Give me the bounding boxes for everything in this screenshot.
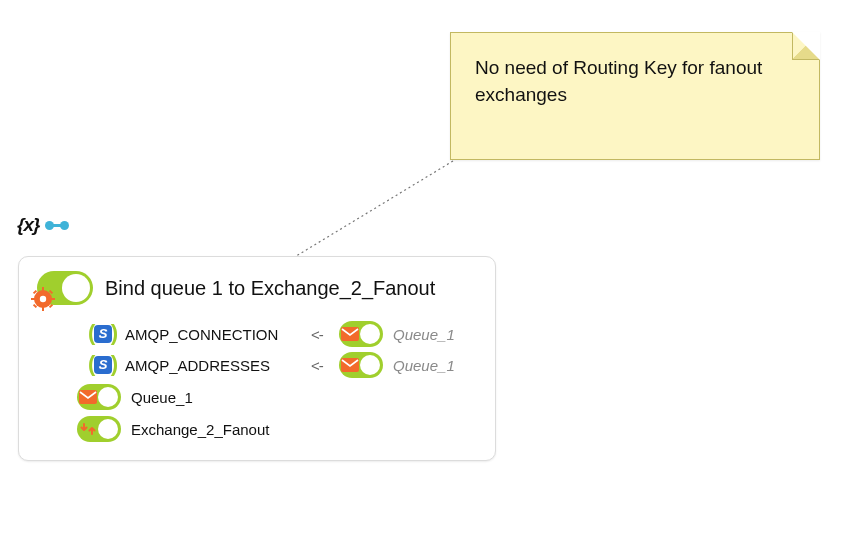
sticky-note-text: No need of Routing Key for fanout exchan… (475, 57, 762, 105)
svg-rect-2 (42, 287, 44, 291)
task-node[interactable]: Bind queue 1 to Exchange_2_Fanout ( S ) … (18, 256, 496, 461)
param-name: AMQP_CONNECTION (125, 326, 295, 343)
linked-item-row: Exchange_2_Fanout (77, 416, 477, 442)
diagram-canvas: No need of Routing Key for fanout exchan… (0, 0, 854, 550)
svg-rect-4 (31, 298, 35, 300)
exchange-toggle-icon[interactable] (77, 416, 121, 442)
string-param-icon: ( S ) (91, 353, 115, 377)
svg-point-10 (40, 296, 46, 302)
param-name: AMQP_ADDRESSES (125, 357, 295, 374)
assign-arrow-icon: <- (305, 326, 329, 343)
node-badge-area: {x} (17, 214, 69, 236)
string-param-icon: ( S ) (91, 322, 115, 346)
param-source: Queue_1 (393, 326, 455, 343)
envelope-icon (341, 327, 359, 341)
envelope-icon (341, 358, 359, 372)
gear-icon (31, 287, 55, 311)
linked-item-label: Queue_1 (131, 389, 193, 406)
task-header: Bind queue 1 to Exchange_2_Fanout (37, 271, 477, 305)
source-toggle-icon (339, 352, 383, 378)
svg-rect-3 (42, 307, 44, 311)
assign-arrow-icon: <- (305, 357, 329, 374)
task-toggle-icon[interactable] (37, 271, 93, 305)
queue-toggle-icon[interactable] (77, 384, 121, 410)
swap-arrows-icon (80, 421, 96, 437)
linked-item-label: Exchange_2_Fanout (131, 421, 269, 438)
source-toggle-icon (339, 321, 383, 347)
param-row: ( S ) AMQP_CONNECTION <- Queue_1 (91, 321, 477, 347)
note-fold-corner (792, 32, 820, 60)
task-title: Bind queue 1 to Exchange_2_Fanout (105, 277, 435, 300)
envelope-icon (79, 390, 97, 404)
linked-item-row: Queue_1 (77, 384, 477, 410)
variable-icon: {x} (17, 214, 39, 236)
link-icon (45, 221, 69, 230)
param-source: Queue_1 (393, 357, 455, 374)
param-row: ( S ) AMQP_ADDRESSES <- Queue_1 (91, 352, 477, 378)
svg-rect-5 (51, 298, 55, 300)
sticky-note[interactable]: No need of Routing Key for fanout exchan… (450, 32, 820, 160)
